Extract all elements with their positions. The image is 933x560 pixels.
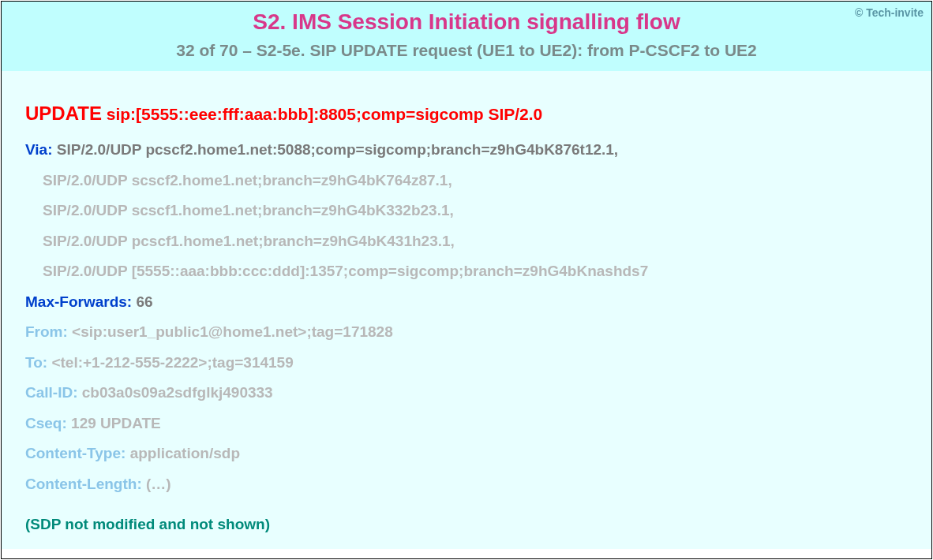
from-name: From:: [25, 323, 68, 340]
sip-request-line: UPDATE sip:[5555::eee:fff:aaa:bbb]:8805;…: [25, 103, 908, 125]
call-id-name: Call-ID:: [25, 384, 78, 401]
call-id-line: Call-ID: cb03a0s09a2sdfglkj490333: [25, 382, 908, 405]
sdp-note: (SDP not modified and not shown): [25, 516, 908, 533]
via-header-line: Via: SIP/2.0/UDP pcscf2.home1.net:5088;c…: [25, 139, 908, 162]
copyright-label: © Tech-invite: [855, 6, 924, 19]
content-type-name: Content-Type:: [25, 445, 126, 461]
sip-method: UPDATE: [25, 103, 102, 124]
from-line: From: <sip:user1_public1@home1.net>;tag=…: [25, 321, 908, 344]
cseq-name: Cseq:: [25, 415, 67, 431]
page-title: S2. IMS Session Initiation signalling fl…: [2, 9, 931, 35]
to-line: To: <tel:+1-212-555-2222>;tag=314159: [25, 352, 908, 375]
message-body: UPDATE sip:[5555::eee:fff:aaa:bbb]:8805;…: [2, 71, 931, 549]
to-value: <tel:+1-212-555-2222>;tag=314159: [47, 354, 294, 371]
content-length-value: (…): [142, 476, 171, 492]
cseq-line: Cseq: 129 UPDATE: [25, 413, 908, 435]
max-forwards-value: 66: [132, 293, 152, 310]
content-length-name: Content-Length:: [25, 476, 142, 492]
content-type-line: Content-Type: application/sdp: [25, 442, 908, 465]
sip-request-uri: sip:[5555::eee:fff:aaa:bbb]:8805;comp=si…: [102, 105, 542, 123]
max-forwards-name: Max-Forwards:: [25, 293, 132, 310]
via-continuation: SIP/2.0/UDP [5555::aaa:bbb:ccc:ddd]:1357…: [25, 260, 908, 283]
via-header-first-value: SIP/2.0/UDP pcscf2.home1.net:5088;comp=s…: [53, 141, 619, 158]
via-continuation: SIP/2.0/UDP scscf2.home1.net;branch=z9hG…: [25, 170, 908, 192]
via-continuation: SIP/2.0/UDP scscf1.home1.net;branch=z9hG…: [25, 200, 908, 222]
to-name: To:: [25, 354, 47, 371]
call-id-value: cb03a0s09a2sdfglkj490333: [78, 384, 273, 401]
max-forwards-line: Max-Forwards: 66: [25, 291, 908, 314]
header-band: © Tech-invite S2. IMS Session Initiation…: [2, 2, 931, 71]
via-header-name: Via:: [25, 141, 53, 158]
via-continuation: SIP/2.0/UDP pcscf1.home1.net;branch=z9hG…: [25, 230, 908, 253]
content-length-line: Content-Length: (…): [25, 473, 908, 496]
from-value: <sip:user1_public1@home1.net>;tag=171828: [68, 323, 393, 340]
page-subtitle: 32 of 70 – S2-5e. SIP UPDATE request (UE…: [2, 41, 931, 60]
document-frame: © Tech-invite S2. IMS Session Initiation…: [1, 1, 932, 559]
content-type-value: application/sdp: [126, 445, 240, 461]
cseq-value: 129 UPDATE: [67, 415, 161, 431]
